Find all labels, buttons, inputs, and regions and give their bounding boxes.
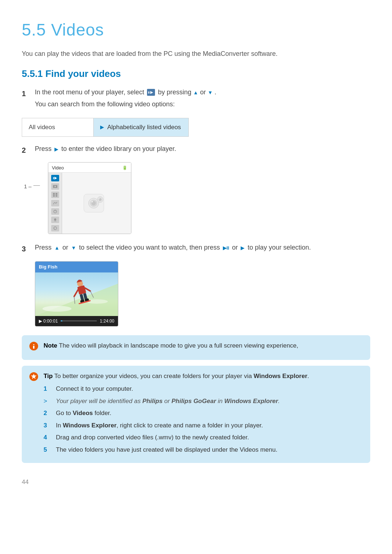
device-sidebar: i — [48, 173, 62, 234]
svg-rect-10 — [56, 195, 57, 197]
tip-intro-text-span: To better organize your videos, you can … — [54, 373, 252, 379]
tip-step-1: 1 Connect it to your computer. — [44, 384, 363, 394]
svg-rect-2 — [148, 91, 150, 94]
tip-windows-explorer: Windows Explorer — [254, 373, 307, 379]
step-1-content: In the root menu of your player, select … — [35, 87, 370, 111]
svg-rect-4 — [53, 177, 54, 179]
progress-bar-fill — [61, 320, 62, 321]
step-2-text-after: to enter the video library on your playe… — [61, 145, 176, 152]
tip-steps: 1 Connect it to your computer. > Your pl… — [44, 384, 363, 454]
tip-step-3: 3 In Windows Explorer, right click to cr… — [44, 421, 363, 430]
note-text: Note The video will playback in landscap… — [44, 341, 298, 350]
tip-intro-end: . — [307, 373, 309, 379]
note-icon — [29, 341, 39, 354]
tip-label: Tip — [44, 373, 53, 379]
tip-step-2: 2 Go to Videos folder. — [44, 409, 363, 418]
tip-step-2-before: Go to — [56, 410, 73, 416]
step-3-text-middle: to select the video you want to watch, t… — [79, 244, 220, 251]
video-option-alpha: ▶ Alphabetically listed videos — [94, 118, 188, 136]
play-icon-option: ▶ — [100, 123, 104, 131]
arrow-down-icon-3: ▼ — [71, 245, 76, 251]
step-3-or2: or — [232, 244, 240, 251]
progress-bar — [61, 320, 97, 321]
tip-step-2-after: folder. — [93, 410, 111, 416]
intro-text: You can play the videos that are loaded … — [22, 49, 370, 59]
tip-windows-explorer-2: Windows Explorer — [224, 398, 278, 405]
svg-point-26 — [42, 306, 72, 312]
tip-content: Tip To better organize your videos, you … — [44, 372, 363, 457]
tip-step-1-num: 1 — [44, 384, 52, 394]
tip-step-4-num: 4 — [44, 433, 52, 442]
arrow-down-icon-1: ▼ — [208, 90, 213, 95]
note-box: Note The video will playback in landscap… — [22, 335, 370, 360]
sidebar-item-6 — [51, 217, 59, 223]
tip-step-3-text: In Windows Explorer, right click to crea… — [56, 421, 263, 430]
sidebar-video-item-active — [51, 175, 59, 181]
device-header: Video 🔋 — [48, 163, 131, 173]
video-option-alpha-label: Alphabetically listed videos — [107, 123, 181, 132]
svg-marker-25 — [35, 283, 118, 316]
tip-step-3-num: 3 — [44, 421, 52, 430]
sidebar-item-3 — [51, 192, 59, 198]
svg-point-20 — [91, 201, 93, 202]
arrow-right-icon-2: ▶ — [54, 146, 58, 152]
bigfish-image — [35, 272, 118, 316]
tip-philips-gogear: Philips GoGear — [171, 398, 216, 405]
device-label-line — [33, 185, 40, 186]
page-number: 44 — [22, 477, 370, 487]
step-3-or: or — [62, 244, 68, 251]
device-header-label: Video — [52, 164, 64, 172]
tip-step-5: 5 The video folders you have just create… — [44, 445, 363, 455]
step-1-text-before: In the root menu of your player, select — [35, 89, 144, 96]
svg-text:i: i — [54, 227, 55, 230]
step-2-content: Press ▶ to enter the video library on yo… — [35, 144, 370, 155]
tip-step-5-num: 5 — [44, 445, 52, 455]
svg-rect-9 — [53, 195, 55, 197]
svg-rect-7 — [53, 193, 55, 195]
sidebar-item-5 — [51, 208, 59, 215]
step-2-block: 2 Press ▶ to enter the video library on … — [22, 144, 370, 156]
tip-step-5-text: The video folders you have just created … — [56, 445, 277, 455]
tip-step-4-text: Drag and drop converted video files (.wm… — [56, 433, 249, 442]
step-1-text-by: by pressing — [158, 89, 193, 96]
bigfish-time-end: 1:24:00 — [100, 318, 114, 324]
tip-philips: Philips — [142, 398, 163, 405]
tip-step-1-text: Connect it to your computer. — [56, 384, 133, 394]
tip-box: Tip To better organize your videos, you … — [22, 366, 370, 463]
bigfish-controls: ▶ 0:00:01 1:24:00 — [35, 316, 118, 326]
tip-period: . — [278, 398, 280, 405]
svg-rect-42 — [33, 346, 34, 349]
step-3-press: Press — [35, 244, 52, 251]
tip-in: in — [216, 398, 224, 405]
tip-step-2-num: 2 — [44, 409, 52, 418]
tip-step-arrow-italic1: Your player will be identified as — [56, 398, 142, 405]
skier-illustration — [35, 272, 118, 316]
svg-point-27 — [86, 299, 108, 304]
tip-step-3-before: In — [56, 422, 63, 429]
step-2-press: Press — [35, 145, 52, 152]
step-2-number: 2 — [22, 145, 35, 156]
video-camera-illustration — [82, 190, 111, 216]
video-menu-icon — [147, 89, 155, 95]
step-1-subtext: You can search from the following video … — [35, 99, 370, 109]
tip-or: or — [163, 398, 172, 405]
tip-step-2-text: Go to Videos folder. — [56, 409, 111, 418]
step-1-number: 1 — [22, 88, 35, 99]
step-3-text: Press ▲ or ▼ to select the video you wan… — [35, 243, 370, 253]
svg-point-13 — [54, 218, 56, 221]
battery-icon: 🔋 — [122, 165, 127, 171]
arrow-up-icon-3: ▲ — [54, 245, 60, 251]
section-title: 5.5.1 Find your videos — [22, 67, 370, 81]
page-title: 5.5 Videos — [22, 17, 370, 42]
note-body-text: The video will playback in landscape mod… — [59, 342, 298, 349]
step-3-block: 3 Press ▲ or ▼ to select the video you w… — [22, 243, 370, 255]
tip-step-arrow: > Your player will be identified as Phil… — [44, 397, 363, 406]
device-screenshot: Video 🔋 — [48, 162, 131, 234]
svg-marker-3 — [54, 177, 57, 180]
bigfish-screenshot: Big Fish — [35, 261, 118, 327]
device-body: i — [48, 173, 131, 234]
tip-step-arrow-icon: > — [44, 397, 52, 406]
sidebar-item-4 — [51, 200, 59, 206]
tip-intro-text: Tip To better organize your videos, you … — [44, 372, 363, 381]
note-label: Note — [44, 342, 57, 349]
